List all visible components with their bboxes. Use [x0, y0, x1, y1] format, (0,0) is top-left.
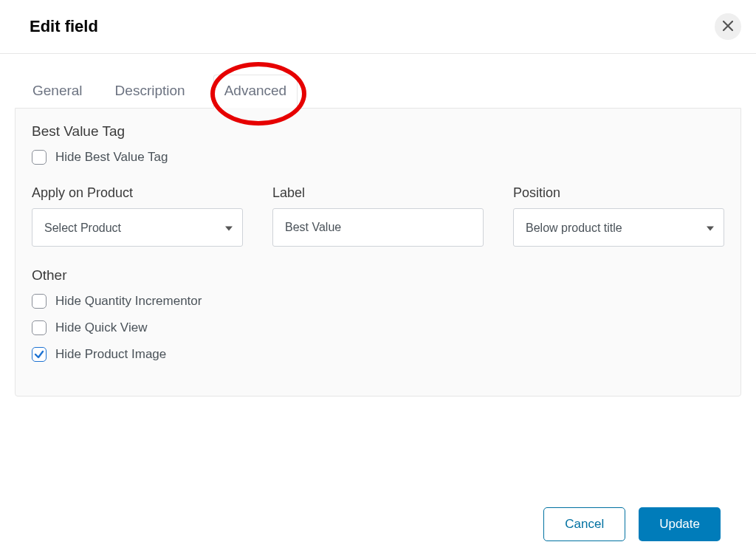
tab-description[interactable]: Description	[111, 75, 190, 108]
section-title-best-value: Best Value Tag	[32, 123, 724, 140]
modal-footer: Cancel Update	[543, 507, 721, 541]
field-label: Label	[272, 185, 484, 247]
checkbox-hide-product-image[interactable]	[32, 347, 47, 362]
field-position: Position Below product title	[513, 185, 724, 247]
checkbox-hide-best-value[interactable]	[32, 150, 47, 165]
label-position: Position	[513, 185, 724, 201]
label-label-field: Label	[272, 185, 484, 201]
section-title-other: Other	[32, 267, 724, 284]
checkbox-row-hide-quantity[interactable]: Hide Quantity Incrementor	[32, 294, 724, 309]
form-row-fields: Apply on Product Select Product Label Po…	[32, 185, 724, 247]
close-icon	[723, 19, 733, 35]
tab-general[interactable]: General	[28, 75, 87, 108]
checkbox-label-hide-quickview: Hide Quick View	[55, 320, 147, 335]
close-button[interactable]	[715, 13, 741, 40]
checkbox-label-hide-product-image: Hide Product Image	[55, 347, 166, 362]
select-wrap-position: Below product title	[513, 208, 724, 247]
checkbox-label-hide-best-value: Hide Best Value Tag	[55, 150, 168, 165]
tab-advanced[interactable]: Advanced	[213, 75, 298, 109]
checkbox-row-hide-best-value[interactable]: Hide Best Value Tag	[32, 150, 724, 165]
modal-header: Edit field	[0, 0, 756, 54]
checkbox-hide-quantity[interactable]	[32, 294, 47, 309]
input-label[interactable]	[272, 208, 484, 247]
tabbar: General Description Advanced	[15, 54, 741, 108]
field-apply-on-product: Apply on Product Select Product	[32, 185, 243, 247]
tab-panel-advanced: Best Value Tag Hide Best Value Tag Apply…	[15, 108, 741, 397]
checkbox-row-hide-quickview[interactable]: Hide Quick View	[32, 320, 724, 335]
cancel-button[interactable]: Cancel	[543, 507, 625, 541]
select-position[interactable]: Below product title	[513, 208, 724, 247]
modal-body: General Description Advanced Best Value …	[0, 54, 756, 397]
checkbox-hide-quickview[interactable]	[32, 320, 47, 335]
update-button[interactable]: Update	[639, 507, 721, 541]
checkbox-label-hide-quantity: Hide Quantity Incrementor	[55, 294, 202, 309]
select-apply-on-product[interactable]: Select Product	[32, 208, 243, 247]
modal-title: Edit field	[30, 17, 98, 36]
label-apply-on-product: Apply on Product	[32, 185, 243, 201]
checkbox-row-hide-product-image[interactable]: Hide Product Image	[32, 347, 724, 362]
select-wrap-apply-on-product: Select Product	[32, 208, 243, 247]
